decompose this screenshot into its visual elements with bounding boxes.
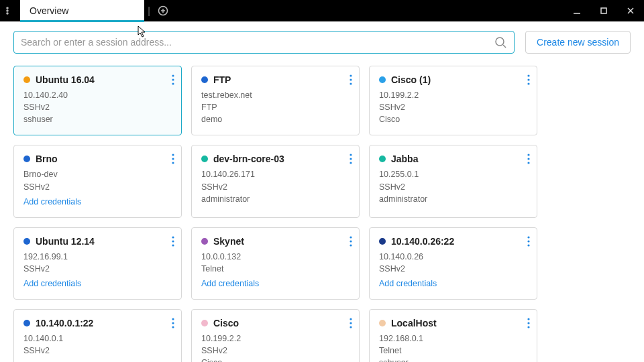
maximize-icon (600, 7, 608, 15)
session-card[interactable]: 10.140.0.1:2210.140.0.1SSHv2Add credenti… (13, 309, 182, 362)
session-card[interactable]: Jabba10.255.0.1SSHv2administrator (369, 145, 537, 217)
session-card[interactable]: FTPtest.rebex.netFTPdemo (191, 66, 360, 135)
search-input[interactable] (21, 37, 494, 48)
svg-point-42 (350, 318, 352, 320)
session-protocol: SSHv2 (379, 101, 527, 113)
session-card[interactable]: Cisco10.199.2.2SSHv2Cisco (191, 309, 360, 362)
svg-point-36 (527, 236, 529, 238)
session-host: 10.255.0.1 (379, 168, 527, 180)
session-host: 192.168.0.1 (379, 333, 527, 345)
session-card[interactable]: 10.140.0.26:2210.140.0.26SSHv2Add creden… (369, 227, 537, 300)
create-session-button[interactable]: Create new session (525, 31, 631, 54)
svg-point-28 (527, 158, 529, 160)
session-more-button[interactable] (348, 235, 354, 250)
session-title: LocalHost (391, 318, 437, 328)
svg-point-32 (172, 244, 174, 246)
tab-overview[interactable]: Overview (20, 0, 144, 21)
session-title: 10.140.0.26:22 (391, 236, 454, 247)
session-more-button[interactable] (526, 235, 531, 250)
session-title: Ubuntu 16.04 (36, 74, 95, 85)
svg-point-20 (527, 82, 529, 84)
session-protocol: FTP (201, 101, 350, 113)
svg-line-11 (503, 45, 506, 48)
svg-point-44 (350, 326, 352, 328)
svg-point-41 (172, 326, 174, 328)
add-credentials-link[interactable]: Add credentials (23, 196, 81, 208)
svg-point-19 (527, 78, 529, 80)
window-minimize-button[interactable] (564, 0, 590, 21)
session-card[interactable]: Skynet10.0.0.132TelnetAdd credentials (191, 227, 360, 300)
svg-point-16 (350, 78, 352, 80)
session-title: FTP (213, 74, 231, 85)
status-dot-icon (23, 156, 30, 162)
svg-point-30 (172, 236, 174, 238)
session-card[interactable]: LocalHost192.168.0.1Telnetsshuser (369, 309, 537, 362)
session-more-button[interactable] (348, 316, 354, 332)
session-protocol: SSHv2 (23, 101, 172, 113)
svg-point-10 (496, 38, 504, 46)
search-box[interactable] (13, 31, 515, 54)
svg-point-40 (172, 322, 174, 324)
session-more-button[interactable] (526, 152, 531, 168)
session-user: administrator (379, 193, 527, 205)
session-title: Ubuntu 12.14 (36, 236, 95, 247)
svg-point-18 (527, 74, 529, 76)
session-more-button[interactable] (526, 73, 531, 88)
session-card[interactable]: dev-brn-core-0310.140.26.171SSHv2adminis… (191, 145, 360, 217)
svg-point-23 (172, 162, 174, 164)
status-dot-icon (23, 76, 30, 83)
session-more-button[interactable] (170, 235, 176, 250)
session-host: 10.199.2.2 (201, 333, 350, 345)
titlebar: Overview | (0, 0, 644, 21)
add-tab-button[interactable] (154, 0, 172, 21)
session-card[interactable]: Cisco (1)10.199.2.2SSHv2Cisco (369, 66, 537, 135)
svg-point-12 (172, 74, 174, 76)
session-more-button[interactable] (348, 73, 354, 88)
session-host: 10.140.26.171 (201, 168, 350, 180)
window-maximize-button[interactable] (590, 0, 617, 21)
session-more-button[interactable] (526, 316, 531, 332)
session-user: Cisco (379, 113, 527, 125)
minimize-icon (573, 7, 581, 15)
more-vertical-icon (172, 74, 174, 85)
session-title: dev-brn-core-03 (213, 154, 284, 164)
status-dot-icon (379, 76, 386, 83)
svg-point-35 (350, 244, 352, 246)
tab-divider: | (144, 0, 154, 21)
session-more-button[interactable] (170, 316, 176, 332)
session-more-button[interactable] (348, 152, 354, 168)
svg-rect-7 (601, 8, 606, 13)
session-title: Cisco (1) (391, 74, 431, 85)
app-menu-button[interactable] (0, 0, 20, 21)
add-credentials-link[interactable]: Add credentials (23, 278, 81, 290)
add-credentials-link[interactable]: Add credentials (23, 359, 81, 362)
session-host: 10.0.0.132 (201, 251, 350, 263)
svg-point-46 (527, 322, 529, 324)
more-vertical-icon (527, 154, 530, 164)
status-dot-icon (201, 320, 208, 326)
session-title: Jabba (391, 154, 418, 164)
svg-point-15 (350, 74, 352, 76)
session-host: 10.140.0.1 (23, 333, 172, 345)
svg-point-17 (350, 82, 352, 84)
session-title: Brno (36, 154, 58, 164)
svg-point-47 (527, 326, 529, 328)
svg-point-45 (527, 318, 529, 320)
svg-point-25 (350, 158, 352, 160)
svg-point-1 (7, 10, 8, 11)
session-card[interactable]: Ubuntu 16.0410.140.2.40SSHv2sshuser (13, 66, 182, 135)
session-more-button[interactable] (170, 73, 176, 88)
session-protocol: SSHv2 (23, 263, 172, 275)
more-vertical-icon (172, 154, 174, 164)
session-more-button[interactable] (170, 152, 176, 168)
svg-point-13 (172, 78, 174, 80)
svg-point-33 (350, 236, 352, 238)
session-card[interactable]: BrnoBrno-devSSHv2Add credentials (13, 145, 182, 217)
session-card[interactable]: Ubuntu 12.14192.16.99.1SSHv2Add credenti… (13, 227, 182, 300)
session-host: 10.140.2.40 (23, 89, 172, 101)
add-credentials-link[interactable]: Add credentials (379, 278, 437, 290)
more-vertical-icon (527, 74, 530, 85)
window-close-button[interactable] (617, 0, 644, 21)
status-dot-icon (201, 156, 208, 162)
add-credentials-link[interactable]: Add credentials (201, 278, 259, 290)
